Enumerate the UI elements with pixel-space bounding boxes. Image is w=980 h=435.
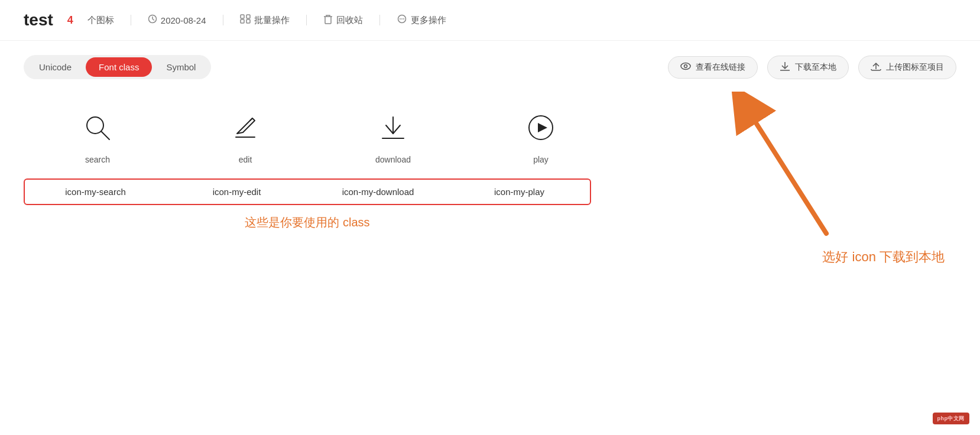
svg-rect-4 [246, 20, 250, 23]
icon-name-play: play [533, 155, 549, 164]
svg-point-8 [403, 18, 404, 20]
tab-fontclass[interactable]: Font class [86, 57, 152, 77]
svg-point-7 [401, 18, 403, 20]
page-title: test [24, 11, 53, 30]
icons-grid: search edit [24, 112, 956, 167]
svg-point-6 [400, 18, 401, 20]
upload-icon-label: 上传图标至项目 [886, 62, 944, 73]
download-local-button[interactable]: 下载至本地 [767, 56, 849, 79]
tab-group: Unicode Font class Symbol [24, 55, 211, 79]
tab-symbol[interactable]: Symbol [153, 57, 209, 77]
svg-marker-21 [538, 123, 547, 132]
edit-icon [230, 112, 261, 145]
view-online-label: 查看在线链接 [696, 62, 745, 73]
download-icon [780, 61, 790, 73]
upload-icon [871, 61, 881, 73]
svg-rect-2 [246, 15, 250, 18]
view-online-button[interactable]: 查看在线链接 [668, 56, 758, 79]
icon-item-search[interactable]: search [24, 112, 171, 167]
svg-line-17 [250, 118, 252, 121]
icon-name-edit: edit [239, 155, 252, 164]
trash-text: 回收站 [336, 15, 363, 26]
trash-item[interactable]: 回收站 [323, 14, 363, 27]
download-local-label: 下载至本地 [795, 62, 836, 73]
upload-icon-button[interactable]: 上传图标至项目 [858, 56, 956, 79]
batch-item[interactable]: 批量操作 [240, 14, 290, 26]
classname-edit: icon-my-edit [166, 180, 307, 204]
download-dl-icon [378, 112, 408, 145]
svg-line-15 [101, 131, 109, 139]
classname-play: icon-my-play [449, 180, 590, 204]
batch-icon [240, 14, 251, 26]
classnames-box: icon-my-search icon-my-edit icon-my-down… [24, 178, 591, 205]
header-divider2 [223, 15, 223, 25]
date-item[interactable]: 2020-08-24 [148, 14, 206, 26]
icon-item-play[interactable]: play [467, 112, 615, 167]
toolbar: Unicode Font class Symbol 查看在线链接 [0, 41, 980, 89]
header: test 4 个图标 2020-08-24 批量操 [0, 0, 980, 41]
play-icon [525, 112, 556, 145]
svg-point-9 [681, 63, 690, 69]
svg-point-10 [684, 64, 687, 67]
php-logo: php中文网 [933, 413, 970, 424]
icon-item-edit[interactable]: edit [171, 112, 319, 167]
batch-text: 批量操作 [254, 15, 290, 26]
icon-name-download: download [375, 155, 411, 164]
more-item[interactable]: 更多操作 [397, 14, 446, 26]
svg-rect-3 [241, 20, 244, 23]
svg-rect-1 [241, 15, 244, 18]
classname-search: icon-my-search [25, 180, 166, 204]
icon-name-search: search [85, 155, 110, 164]
icons-section: search edit [0, 89, 980, 178]
tab-unicode[interactable]: Unicode [26, 57, 85, 77]
more-text: 更多操作 [411, 15, 446, 26]
more-icon [397, 14, 407, 26]
header-divider3 [306, 15, 307, 25]
header-divider [131, 15, 131, 25]
eye-icon [680, 62, 691, 73]
classname-download: icon-my-download [307, 180, 449, 204]
date-text: 2020-08-24 [161, 15, 206, 25]
search-icon [82, 112, 113, 145]
trash-icon [323, 14, 333, 27]
icon-item-download[interactable]: download [319, 112, 467, 167]
caption-text: 这些是你要使用的 class [24, 215, 591, 231]
annotation-label: 选好 icon 下载到本地 [822, 248, 945, 266]
icon-unit: 个图标 [87, 15, 114, 26]
clock-icon [148, 14, 157, 26]
header-divider4 [379, 15, 380, 25]
icon-count: 4 [67, 14, 73, 27]
